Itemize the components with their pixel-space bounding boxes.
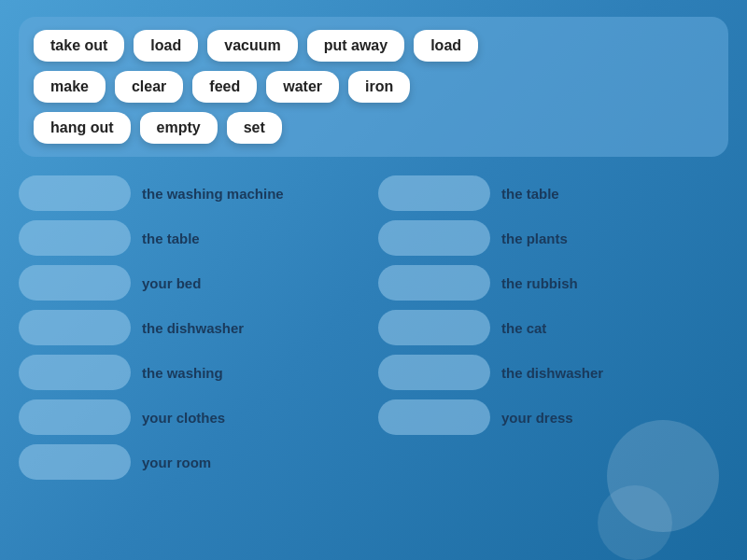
match-label: the cat [501,320,728,336]
verb-chip[interactable]: water [266,71,339,103]
match-label: the dishwasher [142,320,369,336]
answer-slot[interactable] [19,220,131,256]
match-label: the table [501,186,728,202]
verb-chip[interactable]: set [227,112,282,144]
answer-slot[interactable] [378,355,490,390]
match-row: the table [378,175,728,211]
verbs-row-2: makeclearfeedwateriron [34,71,713,103]
match-label: the dishwasher [501,365,728,381]
match-row: the cat [378,310,728,345]
answer-slot[interactable] [378,175,490,211]
match-label: your clothes [142,410,369,426]
left-match-column: the washing machinethe tableyour bedthe … [19,175,369,480]
match-row: your clothes [19,399,369,435]
match-row: the dishwasher [378,355,728,390]
verb-chip[interactable]: iron [348,71,410,103]
match-row: your bed [19,265,369,301]
match-row: your room [19,444,369,480]
verb-chip[interactable]: feed [192,71,257,103]
verb-chip[interactable]: clear [115,71,183,103]
match-label: your room [142,455,369,470]
verb-chip[interactable]: empty [140,112,218,144]
match-label: the table [142,231,369,246]
match-label: the washing [142,365,369,381]
verbs-box: take outloadvacuumput awayload makeclear… [19,17,728,157]
answer-slot[interactable] [19,399,131,435]
match-area: the washing machinethe tableyour bedthe … [19,175,728,480]
answer-slot[interactable] [378,220,490,256]
verb-chip[interactable]: load [414,30,478,62]
match-label: the washing machine [142,186,369,202]
match-label: your bed [142,275,369,291]
verb-chip[interactable]: load [134,30,198,62]
match-row: the dishwasher [19,310,369,345]
match-row: the rubbish [378,265,728,301]
verb-chip[interactable]: make [34,71,106,103]
answer-slot[interactable] [19,355,131,390]
verb-chip[interactable]: put away [307,30,404,62]
answer-slot[interactable] [19,444,131,480]
verbs-row-1: take outloadvacuumput awayload [34,30,713,62]
verb-chip[interactable]: hang out [34,112,131,144]
answer-slot[interactable] [378,399,490,435]
answer-slot[interactable] [19,175,131,211]
verbs-row-3: hang outemptyset [34,112,713,144]
verb-chip[interactable]: take out [34,30,124,62]
main-container: take outloadvacuumput awayload makeclear… [0,0,747,497]
verb-chip[interactable]: vacuum [207,30,297,62]
right-match-column: the tablethe plantsthe rubbishthe catthe… [369,175,728,480]
match-label: the plants [501,231,728,246]
match-row: the plants [378,220,728,256]
match-row: the washing [19,355,369,390]
match-label: your dress [501,410,728,426]
match-row: your dress [378,399,728,435]
match-label: the rubbish [501,275,728,291]
match-row: the washing machine [19,175,369,211]
answer-slot[interactable] [19,310,131,345]
answer-slot[interactable] [378,310,490,345]
answer-slot[interactable] [19,265,131,301]
match-row: the table [19,220,369,256]
answer-slot[interactable] [378,265,490,301]
